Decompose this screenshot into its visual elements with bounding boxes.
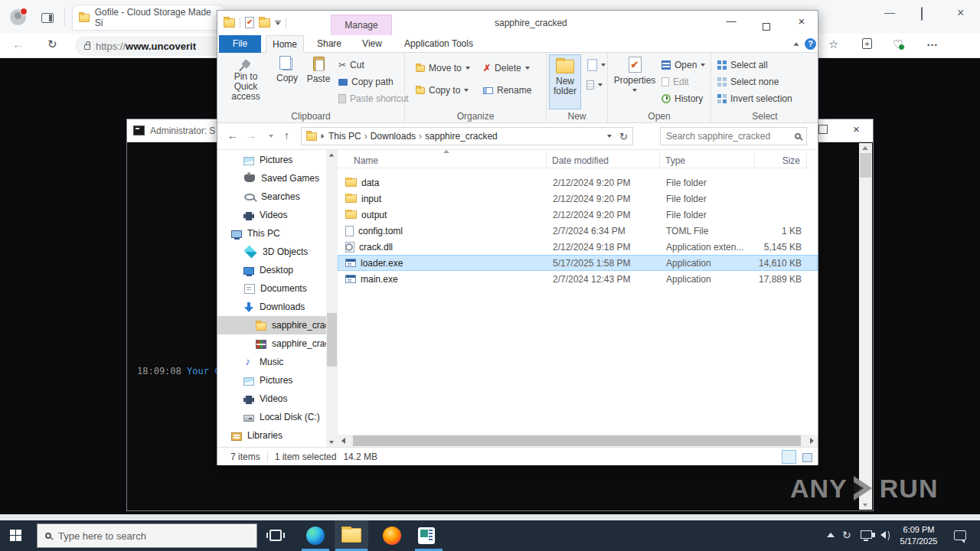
new-item-button[interactable] (586, 60, 606, 70)
breadcrumb-item[interactable]: Downloads (371, 131, 416, 142)
tray-update-icon[interactable]: ↻ (842, 529, 851, 541)
network-icon[interactable] (861, 530, 872, 539)
firefox-icon[interactable] (383, 527, 401, 545)
explorer-close-button[interactable]: × (784, 11, 819, 34)
sidebar-item-desktop[interactable]: Desktop (217, 261, 338, 279)
qat-folder2-icon[interactable] (259, 18, 270, 28)
sidebar-item-pictures[interactable]: Pictures (217, 371, 338, 390)
address-dropdown-icon[interactable] (607, 135, 612, 138)
explorer-minimize-button[interactable]: — (714, 11, 749, 34)
search-box[interactable]: Search sapphire_cracked (660, 127, 807, 145)
sidebar-item-sapphire-crac[interactable]: sapphire_crac (217, 316, 338, 334)
file-explorer-icon[interactable] (341, 528, 361, 543)
file-row[interactable]: output2/12/2024 9:20 PMFile folder (338, 207, 818, 223)
sidebar-item-videos[interactable]: Videos (217, 390, 338, 408)
sidebar-item-saved-games[interactable]: Saved Games (217, 169, 338, 187)
move-to-button[interactable]: Move to (416, 63, 470, 73)
action-center-icon[interactable] (954, 530, 966, 540)
browser-essentials-icon[interactable]: ♡ (893, 37, 903, 51)
delete-button[interactable]: ✗ Delete (483, 63, 530, 73)
sidebar-item-downloads[interactable]: Downloads (217, 298, 338, 316)
favorites-star-icon[interactable]: ☆ (828, 37, 838, 51)
edit-button[interactable]: Edit (662, 77, 689, 87)
console-maximize-button[interactable] (818, 125, 828, 134)
forward-button[interactable]: → (246, 129, 256, 142)
properties-button[interactable]: ✔ Properties (614, 56, 655, 92)
paste-button[interactable]: Paste (303, 56, 334, 84)
sidebar-item-searches[interactable]: Searches (217, 187, 338, 206)
task-view-icon[interactable] (270, 530, 282, 541)
sidebar-item-local-disk-c-[interactable]: Local Disk (C:) (217, 408, 338, 426)
refresh-icon[interactable]: ↻ (619, 131, 628, 142)
minimize-ribbon-icon[interactable] (793, 42, 799, 46)
pin-to-quick-access-button[interactable]: Pin to Quick access (222, 56, 270, 102)
browser-restore-button[interactable] (921, 8, 923, 20)
file-row[interactable]: data2/12/2024 9:20 PMFile folder (338, 174, 818, 191)
column-header-date-modified[interactable]: Date modified (547, 153, 660, 168)
breadcrumb-item[interactable]: This PC (328, 131, 361, 142)
tray-expand-icon[interactable] (827, 533, 835, 537)
sidebar-item-libraries[interactable]: Libraries (217, 426, 338, 445)
rename-button[interactable]: Rename (483, 85, 531, 96)
file-row[interactable]: config.toml2/7/2024 6:34 PMTOML File1 KB (338, 223, 818, 239)
taskbar-search[interactable]: Type here to search (37, 523, 257, 548)
file-row[interactable]: crack.dll2/12/2024 9:18 PMApplication ex… (338, 239, 818, 255)
sidebar-item-documents[interactable]: Documents (217, 279, 338, 298)
new-folder-button[interactable]: New folder (549, 54, 581, 109)
tab-home[interactable]: Home (266, 35, 304, 53)
tab-application-tools[interactable]: Application Tools (393, 35, 485, 53)
browser-profile-avatar-icon[interactable] (10, 9, 26, 25)
running-app-icon[interactable] (418, 527, 435, 544)
paste-shortcut-button[interactable]: Paste shortcut (338, 93, 409, 104)
browser-back-icon[interactable]: ← (12, 37, 24, 51)
sidebar-item-sapphire-crac[interactable]: sapphire_crac (217, 334, 338, 353)
back-button[interactable]: ← (227, 129, 238, 142)
copy-to-button[interactable]: Copy to (416, 85, 469, 96)
console-scrollbar[interactable] (859, 143, 872, 510)
console-close-button[interactable]: × (853, 122, 860, 135)
speaker-icon[interactable] (880, 531, 886, 539)
browser-tab[interactable]: Gofile - Cloud Storage Made Si (72, 5, 225, 31)
file-row[interactable]: main.exe2/7/2024 12:43 PMApplication17,8… (338, 271, 818, 287)
browser-minimize-button[interactable]: — (884, 6, 895, 18)
file-row[interactable]: loader.exe5/17/2025 1:58 PMApplication14… (338, 255, 818, 271)
qat-properties-icon[interactable]: ✔ (245, 17, 254, 28)
start-button[interactable] (10, 530, 21, 541)
help-icon[interactable]: ? (805, 38, 816, 50)
sidebar-scrollbar[interactable] (326, 150, 338, 447)
invert-selection-button[interactable]: Invert selection (717, 93, 792, 104)
sidebar-item-this-pc[interactable]: This PC (217, 224, 338, 243)
browser-menu-icon[interactable]: … (926, 35, 938, 48)
copy-path-button[interactable]: Copy path (338, 77, 394, 87)
details-view-button[interactable] (782, 450, 796, 464)
recent-locations-icon[interactable] (269, 135, 273, 138)
sidebar-item-music[interactable]: Music (217, 353, 338, 371)
address-bar[interactable]: This PC›Downloads›sapphire_cracked ↻ (301, 127, 633, 145)
sidebar-item-videos[interactable]: Videos (217, 206, 338, 224)
up-button[interactable]: ↑ (284, 129, 289, 142)
select-none-button[interactable]: Select none (717, 77, 779, 87)
horizontal-scrollbar[interactable] (338, 435, 818, 447)
cut-button[interactable]: ✂ Cut (338, 60, 364, 70)
history-button[interactable]: History (662, 93, 703, 104)
select-all-button[interactable]: Select all (717, 60, 768, 70)
taskbar-clock[interactable]: 6:09 PM 5/17/2025 (894, 524, 943, 547)
qat-folder-icon[interactable] (224, 18, 235, 28)
browser-sidebar-icon[interactable] (41, 13, 54, 23)
open-button[interactable]: Open (662, 60, 705, 70)
qat-customize-icon[interactable] (275, 21, 281, 25)
file-row[interactable]: input2/12/2024 9:20 PMFile folder (338, 191, 818, 207)
tab-view[interactable]: View (354, 35, 390, 53)
sidebar-item-pictures[interactable]: Pictures (217, 151, 338, 169)
tab-file[interactable]: File (219, 35, 261, 53)
breadcrumb-item[interactable]: sapphire_cracked (425, 131, 498, 142)
tab-share[interactable]: Share (309, 35, 350, 53)
large-icons-view-button[interactable] (799, 450, 814, 464)
column-header-type[interactable]: Type (660, 153, 755, 168)
easy-access-button[interactable] (586, 80, 603, 90)
collections-icon[interactable]: + (862, 36, 872, 49)
browser-reload-icon[interactable]: ↻ (47, 37, 57, 51)
edge-icon[interactable] (306, 527, 325, 545)
copy-button[interactable]: Copy (273, 56, 302, 83)
sidebar-item-3d-objects[interactable]: 3D Objects (217, 243, 338, 261)
